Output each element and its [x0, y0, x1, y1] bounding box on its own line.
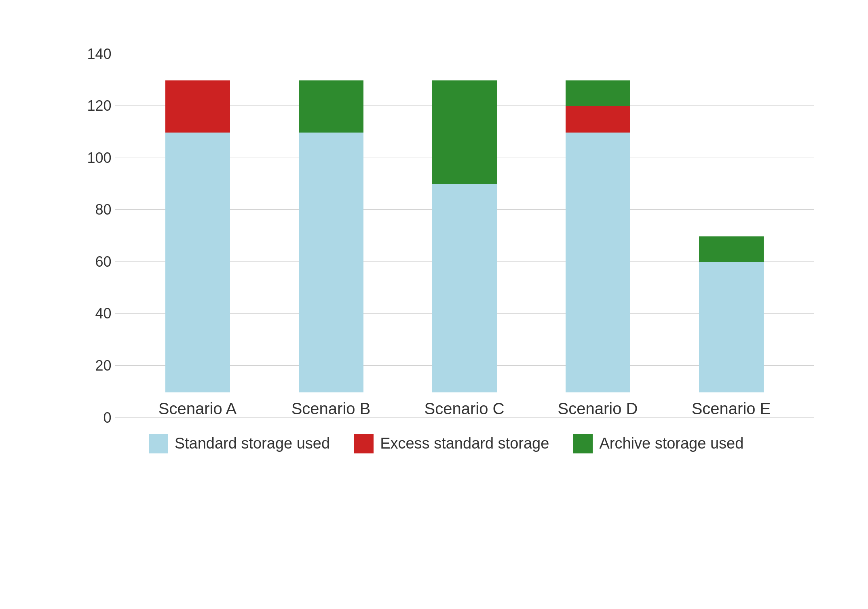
bar-excess-0 [165, 80, 230, 133]
bars-group: Scenario AScenario BScenario CScenario D… [115, 54, 814, 418]
bar-standard-0 [165, 133, 230, 392]
scenario-group-4: Scenario E [665, 236, 798, 418]
scenario-group-3: Scenario D [531, 80, 665, 417]
scenario-group-1: Scenario B [264, 80, 398, 417]
bar-standard-1 [299, 133, 363, 392]
bar-stack-0 [165, 80, 230, 392]
bar-standard-2 [432, 184, 497, 392]
legend-swatch-standard [149, 434, 168, 453]
bar-excess-3 [566, 106, 630, 132]
legend-item-standard: Standard storage used [149, 434, 330, 453]
y-tick-120: 120 [79, 97, 112, 114]
y-tick-60: 60 [79, 253, 112, 270]
legend: Standard storage usedExcess standard sto… [78, 434, 814, 453]
bar-stack-2 [432, 80, 497, 392]
legend-item-archive: Archive storage used [573, 434, 743, 453]
legend-label-archive: Archive storage used [599, 435, 743, 452]
x-label-0: Scenario A [158, 400, 237, 418]
legend-label-standard: Standard storage used [175, 435, 330, 452]
chart-area: 020406080100120140 Scenario AScenario BS… [78, 54, 814, 418]
y-tick-40: 40 [79, 305, 112, 322]
y-tick-20: 20 [79, 357, 112, 374]
bar-stack-1 [299, 80, 363, 392]
bar-archive-2 [432, 80, 497, 184]
legend-label-excess: Excess standard storage [380, 435, 549, 452]
chart-container: 020406080100120140 Scenario AScenario BS… [30, 22, 838, 588]
y-tick-100: 100 [79, 150, 112, 166]
bar-archive-4 [699, 236, 764, 262]
bar-stack-3 [566, 80, 630, 392]
x-label-4: Scenario E [692, 400, 771, 418]
legend-swatch-excess [354, 434, 374, 453]
plot-area: Scenario AScenario BScenario CScenario D… [115, 54, 814, 418]
x-label-1: Scenario B [291, 400, 371, 418]
legend-item-excess: Excess standard storage [354, 434, 549, 453]
bar-standard-4 [699, 262, 764, 392]
legend-swatch-archive [573, 434, 593, 453]
scenario-group-0: Scenario A [131, 80, 264, 417]
y-tick-0: 0 [79, 409, 112, 426]
y-axis: 020406080100120140 [78, 54, 115, 418]
bar-archive-3 [566, 80, 630, 106]
y-tick-80: 80 [79, 201, 112, 218]
bar-standard-3 [566, 133, 630, 392]
bar-archive-1 [299, 80, 363, 133]
x-label-3: Scenario D [558, 400, 638, 418]
x-label-2: Scenario C [424, 400, 505, 418]
y-tick-140: 140 [79, 46, 112, 63]
bar-stack-4 [699, 236, 764, 392]
scenario-group-2: Scenario C [398, 80, 531, 417]
